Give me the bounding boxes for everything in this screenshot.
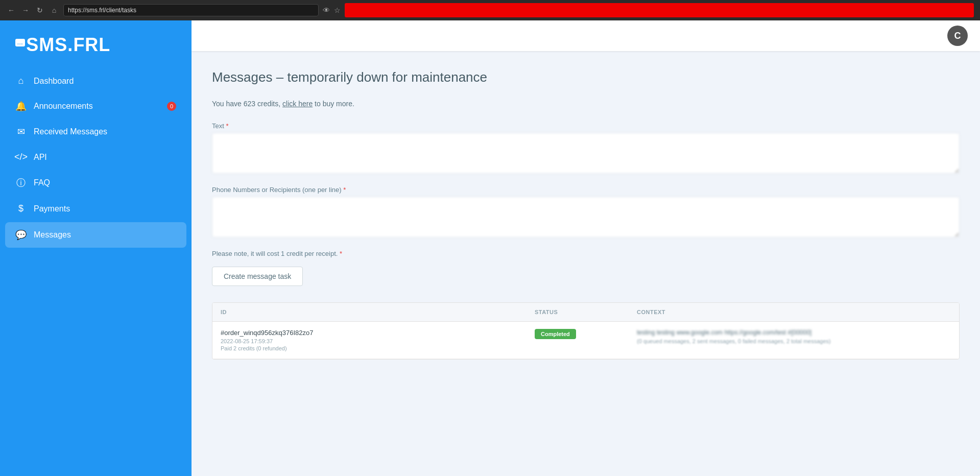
required-asterisk: * [340, 250, 342, 257]
red-banner [345, 3, 974, 17]
text-label: Text * [212, 122, 960, 130]
sidebar-logo: ...SMS.FRL [0, 20, 192, 68]
sidebar-item-label: Payments [34, 204, 70, 213]
order-id: #order_winqd956zkq376I82zo7 [221, 329, 535, 337]
dollar-icon: $ [15, 203, 27, 214]
context-text: testing testing www.google.com https://g… [637, 329, 951, 336]
sidebar-item-label: Announcements [34, 102, 93, 111]
context-sub: (0 queued messages, 2 sent messages, 0 f… [637, 338, 951, 344]
announcements-badge: 0 [167, 102, 176, 111]
credits-text-after: to buy more. [315, 100, 354, 108]
logo-icon-badge: ... [15, 39, 25, 46]
cell-id: #order_winqd956zkq376I82zo7 2022-08-25 1… [221, 329, 535, 351]
cell-context: testing testing www.google.com https://g… [637, 329, 951, 344]
back-button[interactable]: ← [6, 5, 16, 15]
refresh-button[interactable]: ↻ [35, 5, 45, 15]
recipients-textarea[interactable] [212, 197, 960, 237]
avatar[interactable]: C [947, 26, 968, 46]
credits-line: You have 623 credits, click here to buy … [212, 100, 960, 108]
table-row: #order_winqd956zkq376I82zo7 2022-08-25 1… [212, 322, 959, 359]
browser-chrome: ← → ↻ ⌂ 👁 ☆ [0, 0, 980, 20]
sidebar-item-dashboard[interactable]: ⌂ Dashboard [0, 68, 192, 93]
recipients-form-group: Phone Numbers or Recipients (one per lin… [212, 186, 960, 240]
sidebar-item-label: FAQ [34, 178, 50, 187]
sidebar-item-announcements[interactable]: 🔔 Announcements 0 [0, 93, 192, 119]
top-bar: C [192, 20, 980, 51]
home-icon: ⌂ [15, 76, 27, 86]
order-date: 2022-08-25 17:59:37 [221, 338, 535, 344]
inbox-icon: ✉ [15, 126, 27, 137]
sidebar-item-label: Dashboard [34, 77, 74, 86]
sidebar-item-messages[interactable]: 💬 Messages [5, 222, 186, 248]
col-header-context: CONTEXT [637, 309, 951, 315]
recipients-label: Phone Numbers or Recipients (one per lin… [212, 186, 960, 194]
sidebar-item-label: API [34, 153, 47, 162]
col-header-status: STATUS [535, 309, 637, 315]
code-icon: </> [15, 152, 27, 162]
required-marker: * [343, 186, 346, 194]
app-container: ...SMS.FRL ⌂ Dashboard 🔔 Announcements 0… [0, 20, 980, 476]
content-area: Messages – temporarily down for maintena… [192, 51, 980, 380]
order-credits: Paid 2 credits (0 refunded) [221, 345, 535, 351]
question-icon: ⓘ [15, 177, 27, 189]
required-marker: * [226, 122, 228, 130]
bell-icon: 🔔 [15, 101, 27, 112]
sidebar-item-label: Messages [34, 230, 71, 240]
sidebar-item-label: Received Messages [34, 127, 107, 136]
text-form-group: Text * [212, 122, 960, 176]
col-header-id: ID [221, 309, 535, 315]
address-bar[interactable] [63, 4, 319, 16]
text-textarea[interactable] [212, 133, 960, 174]
table-header: ID STATUS CONTEXT [212, 303, 959, 322]
star-icon: ☆ [334, 6, 341, 14]
cell-status: Completed [535, 329, 637, 339]
sidebar: ...SMS.FRL ⌂ Dashboard 🔔 Announcements 0… [0, 20, 192, 476]
note-text: Please note, it will cost 1 credit per r… [212, 250, 960, 257]
credits-text-before: You have 623 credits, [212, 100, 280, 108]
status-badge: Completed [535, 329, 576, 339]
create-message-task-button[interactable]: Create message task [212, 267, 303, 286]
browser-icons: 👁 ☆ [323, 6, 341, 14]
sidebar-item-api[interactable]: </> API [0, 145, 192, 170]
forward-button[interactable]: → [20, 5, 31, 15]
page-title: Messages – temporarily down for maintena… [212, 69, 960, 85]
eye-icon: 👁 [323, 6, 330, 14]
messages-table: ID STATUS CONTEXT #order_winqd956zkq376I… [212, 302, 960, 360]
credits-link[interactable]: click here [282, 100, 313, 108]
home-button[interactable]: ⌂ [49, 5, 59, 15]
main-content: C Messages – temporarily down for mainte… [192, 20, 980, 476]
sidebar-item-received-messages[interactable]: ✉ Received Messages [0, 119, 192, 145]
logo-text: ...SMS.FRL [15, 36, 110, 54]
chat-icon: 💬 [15, 229, 27, 241]
sidebar-item-faq[interactable]: ⓘ FAQ [0, 170, 192, 196]
sidebar-item-payments[interactable]: $ Payments [0, 196, 192, 221]
